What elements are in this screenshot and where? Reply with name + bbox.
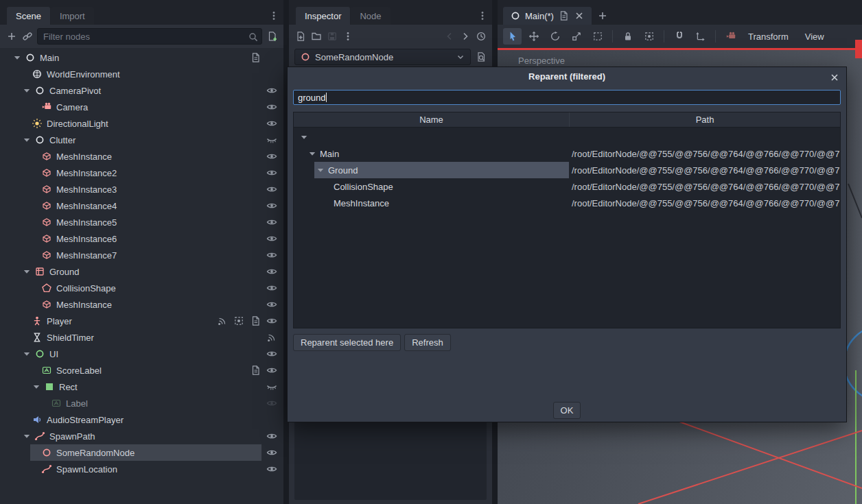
scene-tree-row[interactable]: UI bbox=[0, 346, 283, 362]
scene-tree-row[interactable]: ShieldTimer bbox=[0, 329, 283, 346]
move-tool[interactable] bbox=[524, 28, 543, 45]
object-selector[interactable]: SomeRandomNode bbox=[294, 49, 471, 65]
eye-icon[interactable] bbox=[266, 431, 277, 442]
eye-icon[interactable] bbox=[266, 217, 277, 228]
expander-icon[interactable] bbox=[21, 266, 32, 278]
scene-tree-row[interactable]: MeshInstance bbox=[0, 296, 283, 313]
scene-tab-main[interactable]: Main(*) bbox=[503, 7, 592, 25]
expander-icon[interactable] bbox=[21, 431, 32, 442]
scene-tree-row[interactable]: Label bbox=[0, 395, 283, 411]
refresh-button[interactable]: Refresh bbox=[404, 334, 451, 351]
scene-tab-scene[interactable]: Scene bbox=[7, 7, 50, 25]
eye-icon[interactable] bbox=[266, 184, 277, 195]
eye-icon[interactable] bbox=[266, 167, 277, 179]
group-selected[interactable] bbox=[640, 28, 658, 45]
scene-tree-row[interactable]: MeshInstance3 bbox=[0, 181, 283, 197]
eye-icon[interactable] bbox=[266, 233, 277, 245]
eye-icon[interactable] bbox=[266, 315, 277, 327]
lock-selected[interactable] bbox=[618, 28, 637, 45]
history-forward-icon[interactable] bbox=[459, 31, 471, 43]
rotate-tool[interactable] bbox=[546, 28, 564, 45]
scene-tree-row[interactable]: MeshInstance7 bbox=[0, 247, 283, 263]
scene-tree-row[interactable]: SpawnPath bbox=[0, 428, 283, 444]
expander-icon[interactable] bbox=[306, 148, 318, 160]
eye-icon[interactable] bbox=[266, 299, 277, 311]
snap-toggle[interactable] bbox=[670, 28, 688, 45]
resource-menu-icon[interactable] bbox=[342, 31, 353, 43]
eye-icon[interactable] bbox=[266, 464, 277, 475]
local-coords-toggle[interactable] bbox=[691, 28, 710, 45]
scene-tree-row[interactable]: Player bbox=[0, 313, 283, 329]
instance-scene-icon[interactable] bbox=[21, 31, 33, 43]
signal-icon[interactable] bbox=[216, 315, 228, 327]
scene-tree-row[interactable]: Rect bbox=[0, 379, 283, 395]
add-scene-tab-button[interactable] bbox=[594, 7, 612, 25]
inspector-dock-menu-icon[interactable] bbox=[476, 10, 488, 21]
reparent-tree-row[interactable]: MeshInstance/root/EditorNode/@@755/@@756… bbox=[294, 195, 840, 211]
scene-tree-row[interactable]: MeshInstance6 bbox=[0, 230, 283, 247]
eye-icon[interactable] bbox=[266, 447, 277, 459]
script-icon[interactable] bbox=[249, 365, 261, 376]
view-menu[interactable]: View bbox=[800, 32, 830, 42]
signal-icon[interactable] bbox=[266, 332, 277, 344]
new-resource-icon[interactable] bbox=[294, 31, 306, 43]
scene-tree-row[interactable]: CollisionShape bbox=[0, 280, 283, 296]
reparent-tree[interactable]: Main/root/EditorNode/@@755/@@756/@@764/@… bbox=[294, 128, 840, 328]
group-icon[interactable] bbox=[233, 315, 244, 327]
filter-nodes-input[interactable] bbox=[37, 28, 262, 45]
scene-tree-row[interactable]: Ground bbox=[0, 263, 283, 280]
scene-tree-row[interactable]: MeshInstance4 bbox=[0, 197, 283, 214]
close-icon[interactable] bbox=[828, 71, 840, 83]
inspector-tab-node[interactable]: Node bbox=[351, 7, 390, 25]
expander-icon[interactable] bbox=[30, 381, 42, 393]
scene-tree-row[interactable]: SomeRandomNode bbox=[0, 444, 283, 461]
eye-icon[interactable] bbox=[266, 365, 277, 376]
expander-icon[interactable] bbox=[21, 348, 32, 360]
attach-script-icon[interactable] bbox=[266, 31, 278, 43]
scene-tree-row[interactable]: MeshInstance5 bbox=[0, 214, 283, 230]
eye-icon[interactable] bbox=[266, 85, 277, 97]
eye-icon[interactable] bbox=[266, 250, 277, 261]
eye-icon[interactable] bbox=[266, 151, 277, 163]
scene-tree-row[interactable]: CameraPivot bbox=[0, 82, 283, 99]
scene-tree-row[interactable]: Clutter bbox=[0, 132, 283, 148]
scene-tree-row[interactable]: ScoreLabel bbox=[0, 362, 283, 379]
list-select-tool[interactable] bbox=[588, 28, 607, 45]
transform-menu[interactable]: Transform bbox=[743, 32, 794, 42]
scene-tree-row[interactable]: Main bbox=[0, 49, 283, 66]
load-resource-icon[interactable] bbox=[310, 31, 322, 43]
scene-tree[interactable]: MainWorldEnvironmentCameraPivotCameraDir… bbox=[0, 48, 283, 504]
select-tool[interactable] bbox=[503, 28, 522, 45]
close-icon[interactable] bbox=[574, 10, 585, 22]
eye-icon[interactable] bbox=[266, 266, 277, 278]
scene-tab-import[interactable]: Import bbox=[51, 7, 94, 25]
eye-closed-icon[interactable] bbox=[266, 381, 277, 393]
scene-tree-row[interactable]: MeshInstance bbox=[0, 148, 283, 165]
scene-tree-row[interactable]: AudioStreamPlayer bbox=[0, 411, 283, 428]
camera-preview[interactable] bbox=[721, 28, 740, 45]
expander-icon[interactable] bbox=[314, 165, 326, 176]
scene-tree-row[interactable]: Camera bbox=[0, 99, 283, 115]
save-resource-icon[interactable] bbox=[326, 31, 338, 43]
scene-tree-row[interactable]: WorldEnvironment bbox=[0, 66, 283, 82]
eye-closed-icon[interactable] bbox=[266, 134, 277, 146]
expander-icon[interactable] bbox=[21, 134, 32, 146]
history-list-icon[interactable] bbox=[475, 31, 487, 43]
add-node-icon[interactable] bbox=[5, 31, 17, 43]
expander-icon[interactable] bbox=[11, 52, 23, 64]
inspector-tab-inspector[interactable]: Inspector bbox=[296, 7, 350, 25]
eye-icon[interactable] bbox=[266, 283, 277, 294]
reparent-tree-row[interactable]: Main/root/EditorNode/@@755/@@756/@@764/@… bbox=[294, 145, 840, 162]
perspective-menu[interactable]: Perspective bbox=[518, 56, 565, 66]
scene-tree-row[interactable]: MeshInstance2 bbox=[0, 165, 283, 181]
ok-button[interactable]: OK bbox=[553, 402, 581, 419]
eye-icon[interactable] bbox=[266, 200, 277, 212]
eye-icon[interactable] bbox=[266, 101, 277, 113]
reparent-tree-row[interactable]: Ground/root/EditorNode/@@755/@@756/@@764… bbox=[294, 162, 840, 178]
reparent-selected-button[interactable]: Reparent selected here bbox=[293, 334, 401, 351]
scene-tree-row[interactable]: DirectionalLight bbox=[0, 115, 283, 132]
history-back-icon[interactable] bbox=[443, 31, 455, 43]
eye-icon[interactable] bbox=[266, 118, 277, 130]
script-icon[interactable] bbox=[249, 52, 261, 64]
reparent-tree-row[interactable] bbox=[294, 129, 840, 145]
